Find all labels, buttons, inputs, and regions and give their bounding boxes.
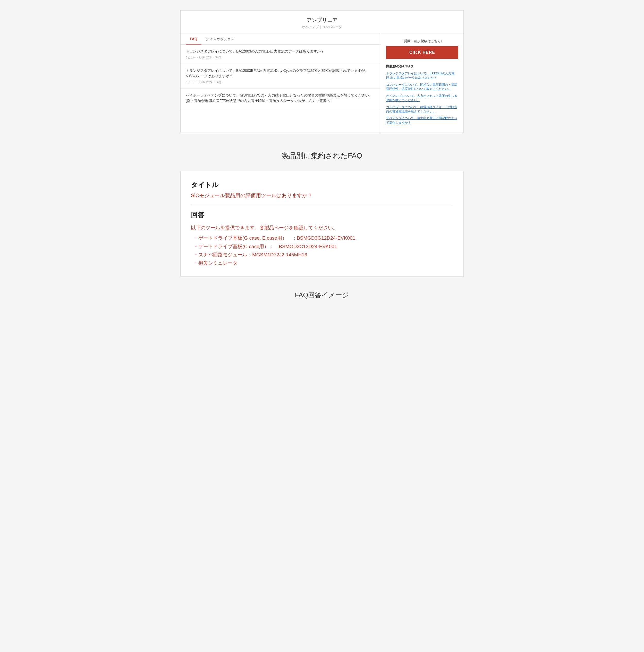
tab-faq[interactable]: FAQ xyxy=(186,34,202,45)
answer-bullet: ・ゲートドライブ基板(G case, E case用） ：BSMGD3G12D2… xyxy=(191,234,453,242)
popular-link[interactable]: トランジスタアレイについて、BA12003の入力電圧-出力電流のデータはあります… xyxy=(386,71,458,80)
faq-item[interactable]: バイポーラオペアンプについて、電源電圧(VCC)＜入力端子電圧となったの場合の挙… xyxy=(181,88,381,109)
answer-bullet: ・ゲートドライブ基板(C case用）： BSMGD3C12D24-EVK001 xyxy=(191,242,453,251)
bottom-section: タイトル SiCモジュール製品用の評価用ツールはありますか？ 回答 以下のツール… xyxy=(180,171,464,277)
faq-question: バイポーラオペアンプについて、電源電圧(VCC)＜入力端子電圧となったの場合の挙… xyxy=(186,93,376,104)
faq-question: トランジスタアレイについて、BA12003BFの出力電流-Duty Cycleの… xyxy=(186,68,376,79)
popular-link[interactable]: コンパレータについて、同相入力電圧範囲の・電源電圧特性・温度特性について教えてく… xyxy=(386,83,458,91)
answer-block-title: タイトル xyxy=(191,181,453,189)
popular-link[interactable]: コンパレータについて、静電保護ダイオードの順方向の貫通電流値を教えてください。 xyxy=(386,105,458,114)
right-panel: ↓質問・新規投稿はこちら↓ ClIcK HERE 閲覧数の多いFAQ トランジス… xyxy=(381,34,463,133)
popular-section-title: 閲覧数の多いFAQ xyxy=(386,64,458,69)
popular-link[interactable]: オペアンプについて、最大出力電圧は周波数によって変化しますか？ xyxy=(386,116,458,125)
top-caption: 製品別に集約されたFAQ xyxy=(180,143,464,171)
popular-link[interactable]: オペアンプについて、入力オフセット電圧の生じる原因を教えてください。 xyxy=(386,94,458,103)
site-title: アンプリニア xyxy=(186,17,458,24)
top-section: アンプリニア オペアンプ｜コンパレータ FAQ ディスカッション トランジスタア… xyxy=(180,10,464,133)
cta-button[interactable]: ClIcK HERE xyxy=(386,46,458,59)
left-panel: FAQ ディスカッション トランジスタアレイについて、BA12003の入力電圧-… xyxy=(181,34,381,133)
site-subtitle: オペアンプ｜コンパレータ xyxy=(186,25,458,29)
bottom-caption: FAQ回答イメージ xyxy=(180,284,464,302)
popular-item[interactable]: コンパレータについて、同相入力電圧範囲の・電源電圧特性・温度特性について教えてく… xyxy=(386,83,458,91)
faq-item[interactable]: トランジスタアレイについて、BA12003の入力電圧-出力電流のデータはあります… xyxy=(181,45,381,64)
faq-meta: 9ビュー・2月6, 2024・FAQ xyxy=(186,80,376,84)
content-area: FAQ ディスカッション トランジスタアレイについて、BA12003の入力電圧-… xyxy=(181,34,463,133)
popular-item[interactable]: コンパレータについて、静電保護ダイオードの順方向の貫通電流値を教えてください。 xyxy=(386,105,458,114)
answer-bullet: ・損失シミュレータ xyxy=(191,259,453,267)
popular-item[interactable]: オペアンプについて、最大出力電圧は周波数によって変化しますか？ xyxy=(386,116,458,125)
site-header: アンプリニア オペアンプ｜コンパレータ xyxy=(181,10,463,34)
faq-meta: 5ビュー・2月6, 2024・FAQ xyxy=(186,56,376,59)
page-wrapper: アンプリニア オペアンプ｜コンパレータ FAQ ディスカッション トランジスタア… xyxy=(180,10,464,302)
popular-item[interactable]: トランジスタアレイについて、BA12003の入力電圧-出力電流のデータはあります… xyxy=(386,71,458,80)
faq-list: トランジスタアレイについて、BA12003の入力電圧-出力電流のデータはあります… xyxy=(181,45,381,109)
answer-intro: 以下のツールを提供できます。各製品ページを確認してください。 xyxy=(191,224,453,232)
answer-block-answer-title: 回答 xyxy=(191,211,453,220)
popular-item[interactable]: オペアンプについて、入力オフセット電圧の生じる原因を教えてください。 xyxy=(386,94,458,103)
faq-question: トランジスタアレイについて、BA12003の入力電圧-出力電流のデータはあります… xyxy=(186,49,376,54)
popular-list: トランジスタアレイについて、BA12003の入力電圧-出力電流のデータはあります… xyxy=(386,71,458,125)
tab-discussion[interactable]: ディスカッション xyxy=(202,34,238,45)
answer-bullet: ・スナバ回路モジュール：MGSM1D72J2-145MH16 xyxy=(191,251,453,259)
faq-item[interactable]: トランジスタアレイについて、BA12003BFの出力電流-Duty Cycleの… xyxy=(181,64,381,88)
tabs: FAQ ディスカッション xyxy=(181,34,381,45)
cta-label: ↓質問・新規投稿はこちら↓ xyxy=(386,39,458,44)
answer-block-question: SiCモジュール製品用の評価用ツールはありますか？ xyxy=(191,192,453,205)
